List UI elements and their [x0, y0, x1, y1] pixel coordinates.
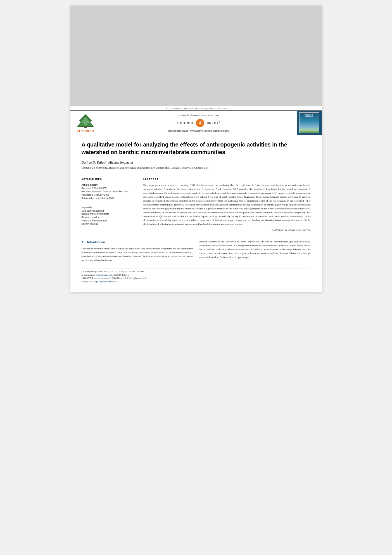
email-suffix: (D.D. Tullos).	[116, 274, 129, 276]
doi-link[interactable]: doi:10.1016/j.ecolmodel.2006.02.018	[85, 280, 118, 283]
keywords-label: Keywords:	[82, 206, 137, 209]
elsevier-logo-section: ELSEVIER	[70, 111, 101, 135]
revised-date: Received in revised form 29 December 200…	[82, 190, 137, 193]
journal-header: ELSEVIER available at www.sciencedirect.…	[70, 110, 322, 135]
journal-homepage-url: journal homepage: www.elsevier.com/locat…	[168, 129, 229, 132]
history-label: Article history:	[82, 183, 137, 186]
email-label: E-mail address:	[82, 274, 96, 276]
keyword-1: Qualitative reasoning	[82, 209, 137, 213]
introduction-section: 1. Introduction Conversion of natural la…	[82, 240, 311, 263]
direct-circle-icon: d	[196, 119, 204, 127]
keyword-5: Stream ecology	[82, 223, 137, 226]
doi-note: doi:doi:10.1016/j.ecolmodel.2006.02.018	[82, 280, 311, 284]
affiliation: Oregon State University, Biological and …	[82, 166, 311, 169]
email-link[interactable]: tullosd@engr.orst.edu	[96, 274, 115, 276]
keyword-3: Riparian corridor	[82, 216, 137, 219]
journal-volume-label: ECOLOGICAL MODELLING 196 (2006) 209–220	[166, 107, 226, 110]
article-content: A qualitative model for analyzing the ef…	[70, 135, 322, 292]
eco-model-cover-title: ECOLOGICAL MODELLING	[305, 114, 314, 117]
keyword-4: Watershed development	[82, 219, 137, 223]
eco-model-cover-section: ECOLOGICAL MODELLING	[297, 111, 322, 135]
scan-top-area	[70, 6, 322, 106]
direct-label: DIRECT®	[205, 121, 220, 125]
published-date: Published on line 18 April 2006	[82, 197, 137, 200]
article-info-abstract-section: ARTICLE INFO Article history: Received 6…	[82, 178, 311, 231]
abstract-column: ABSTRACT This paper presents a qualitati…	[143, 178, 311, 231]
section-1-col2-text: forested watersheds are converted to mor…	[199, 240, 311, 259]
section-1-number: 1.	[82, 240, 84, 244]
svg-rect-4	[85, 126, 86, 127]
introduction-col-1: 1. Introduction Conversion of natural la…	[82, 240, 193, 263]
email-note: E-mail address: tullosd@engr.orst.edu (D…	[82, 273, 311, 277]
abstract-copyright: © 2006 Elsevier B.V. All rights reserved…	[143, 228, 311, 231]
section-1-title: 1. Introduction	[82, 240, 193, 245]
article-title: A qualitative model for analyzing the ef…	[82, 141, 311, 156]
journal-meta-top: ECOLOGICAL MODELLING 196 (2006) 209–220	[70, 106, 322, 110]
authors: Desiree D. Tullos*, Michael Neumann	[82, 160, 311, 165]
article-info-header: ARTICLE INFO	[82, 178, 137, 181]
corresponding-author-note: * Corresponding author. Tel.: +1 541 737…	[82, 270, 311, 273]
science-direct-url: available at www.sciencedirect.com	[179, 114, 219, 117]
elsevier-label: ELSEVIER	[77, 129, 94, 133]
science-label: SCIENCE	[177, 121, 195, 125]
accepted-date: Accepted 1 February 2006	[82, 193, 137, 197]
introduction-col-2: forested watersheds are converted to mor…	[199, 240, 311, 263]
abstract-header: ABSTRACT	[143, 178, 311, 181]
section-1-label: Introduction	[87, 240, 105, 244]
divider-2	[82, 237, 311, 237]
doi-label: doi:	[82, 280, 85, 283]
eco-model-cover-image: ECOLOGICAL MODELLING	[299, 112, 319, 133]
elsevier-tree-icon	[76, 113, 95, 128]
footer-notes: * Corresponding author. Tel.: +1 541 737…	[82, 268, 311, 284]
abstract-text: This paper presents a qualitative reason…	[143, 183, 311, 226]
section-1-col1-text: Conversion of natural landscapes to urba…	[82, 247, 193, 263]
license-note: 0304-3800/$ – see front matter © 2006 El…	[82, 277, 311, 280]
divider-1	[82, 175, 311, 175]
divider-keywords	[82, 203, 137, 203]
keyword-2: Benthic macroinvertebrate	[82, 212, 137, 216]
science-direct-logo: SCIENCE d DIRECT®	[177, 119, 220, 127]
article-info-column: ARTICLE INFO Article history: Received 6…	[82, 178, 137, 231]
received-date: Received 6 March 2005	[82, 187, 137, 190]
page: ECOLOGICAL MODELLING 196 (2006) 209–220 …	[70, 6, 322, 292]
journal-center-section: available at www.sciencedirect.com SCIEN…	[101, 111, 297, 135]
